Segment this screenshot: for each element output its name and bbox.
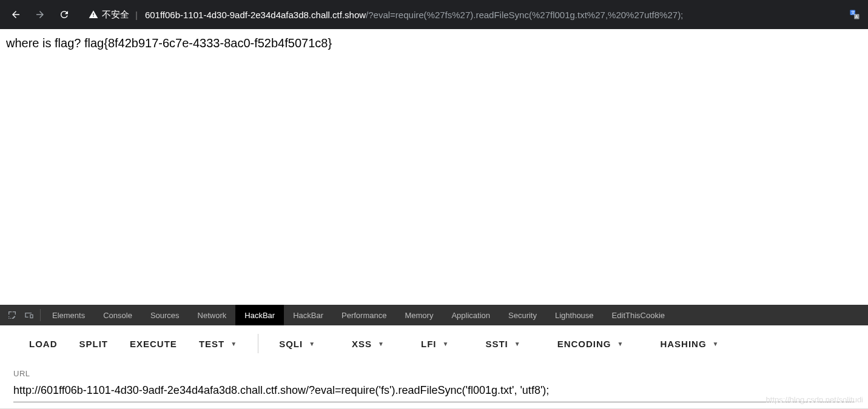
hackbar-panel: LOAD SPLIT EXECUTE TEST▼ SQLI▼ XSS▼ LFI▼… (0, 325, 868, 409)
tab-hackbar-2[interactable]: HackBar (284, 305, 332, 325)
caret-down-icon: ▼ (442, 341, 449, 347)
url-input[interactable] (13, 381, 855, 402)
separator: | (135, 10, 138, 20)
lfi-dropdown[interactable]: LFI▼ (410, 331, 460, 356)
arrow-left-icon (10, 9, 21, 20)
test-dropdown[interactable]: TEST▼ (188, 331, 248, 356)
device-icon (24, 310, 34, 320)
caret-down-icon: ▼ (514, 341, 521, 347)
insecure-label: 不安全 (102, 9, 129, 21)
page-content: where is flag? flag{8f42b917-6c7e-4333-8… (0, 29, 868, 286)
arrow-right-icon (35, 9, 45, 20)
translate-button[interactable]: 文A (846, 6, 863, 23)
hashing-dropdown[interactable]: HASHING▼ (649, 331, 730, 356)
tab-performance[interactable]: Performance (332, 305, 395, 325)
svg-text:A: A (855, 15, 858, 19)
url-path: /?eval=require(%27fs%27).readFileSync(%2… (366, 10, 683, 20)
tab-network[interactable]: Network (189, 305, 236, 325)
device-toggle-button[interactable] (21, 305, 38, 325)
tab-elements[interactable]: Elements (43, 305, 94, 325)
load-button[interactable]: LOAD (18, 331, 69, 356)
execute-button[interactable]: EXECUTE (119, 331, 188, 356)
hackbar-toolbar: LOAD SPLIT EXECUTE TEST▼ SQLI▼ XSS▼ LFI▼… (0, 325, 868, 362)
reload-icon (59, 9, 70, 20)
url-domain: 601ff06b-1101-4d30-9adf-2e34d4afa3d8.cha… (145, 10, 366, 20)
hackbar-url-section: URL (0, 362, 868, 408)
sqli-dropdown[interactable]: SQLI▼ (268, 331, 326, 356)
reload-button[interactable] (53, 4, 75, 25)
url-bar[interactable]: 不安全 | 601ff06b-1101-4d30-9adf-2e34d4afa3… (82, 5, 836, 24)
caret-down-icon: ▼ (309, 341, 315, 347)
caret-down-icon: ▼ (713, 341, 719, 347)
caret-down-icon: ▼ (378, 341, 385, 347)
caret-down-icon: ▼ (617, 341, 624, 347)
tab-memory[interactable]: Memory (395, 305, 442, 325)
separator (40, 309, 41, 321)
tab-editthiscookie[interactable]: EditThisCookie (603, 305, 674, 325)
tab-hackbar[interactable]: HackBar (235, 305, 284, 325)
encoding-dropdown[interactable]: ENCODING▼ (547, 331, 635, 356)
split-button[interactable]: SPLIT (69, 331, 119, 356)
watermark: https://blog.csdn.net/solitudi (766, 395, 863, 404)
url-label: URL (13, 369, 855, 378)
tab-sources[interactable]: Sources (141, 305, 189, 325)
tab-application[interactable]: Application (442, 305, 499, 325)
back-button[interactable] (5, 4, 27, 25)
ssti-dropdown[interactable]: SSTI▼ (474, 331, 531, 356)
warning-icon (89, 10, 98, 19)
inspect-icon (7, 310, 17, 320)
tab-lighthouse[interactable]: Lighthouse (546, 305, 603, 325)
inspect-button[interactable] (4, 305, 21, 325)
browser-address-bar: 不安全 | 601ff06b-1101-4d30-9adf-2e34d4afa3… (0, 0, 868, 29)
insecure-badge: 不安全 | (89, 9, 140, 21)
forward-button[interactable] (29, 4, 51, 25)
xss-dropdown[interactable]: XSS▼ (341, 331, 395, 356)
tab-security[interactable]: Security (499, 305, 546, 325)
caret-down-icon: ▼ (230, 341, 237, 347)
tab-console[interactable]: Console (94, 305, 141, 325)
devtools-tabbar: Elements Console Sources Network HackBar… (0, 305, 868, 325)
translate-icon: 文A (849, 8, 861, 21)
separator (258, 334, 258, 353)
page-body-text: where is flag? flag{8f42b917-6c7e-4333-8… (6, 36, 332, 50)
url-text: 601ff06b-1101-4d30-9adf-2e34d4afa3d8.cha… (145, 10, 683, 20)
devtools-panel: Elements Console Sources Network HackBar… (0, 305, 868, 409)
